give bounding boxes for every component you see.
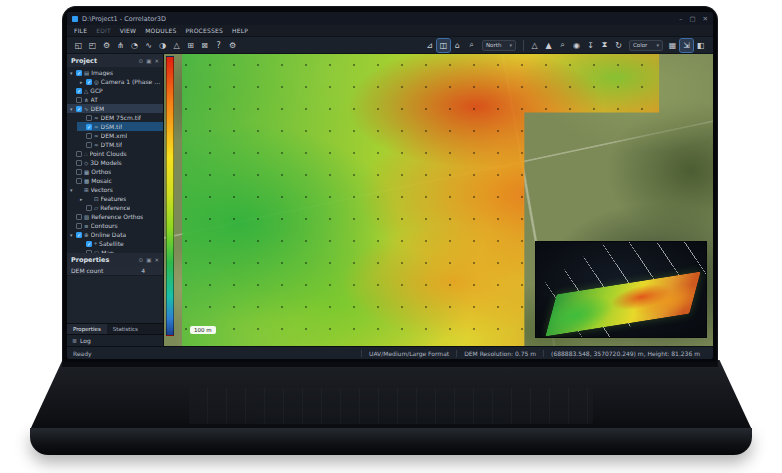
expander-icon[interactable]: ▸ [80,196,86,202]
zoom-icon[interactable]: ⌕ [465,39,478,52]
aerial-triangulation-icon[interactable]: ⋔ [114,39,127,52]
ortho-generation-icon[interactable]: △ [170,39,183,52]
at-icon: ⋔ [84,97,89,103]
tree-item-orthos[interactable]: ▦Orthos [67,167,163,176]
triangle-view-icon[interactable]: △ [528,39,541,52]
checkbox-images[interactable] [76,70,82,76]
checkbox-orthos[interactable] [76,169,82,175]
checkbox-contours[interactable] [76,223,82,229]
project-panel-icons: ⊙▣✕ [139,58,159,64]
tree-item-vectors[interactable]: ▾⊞Vectors [67,185,163,194]
dem-generation-icon[interactable]: ◔ [128,39,141,52]
panel-pin-icon[interactable]: ▣ [146,58,151,64]
maximize-icon[interactable]: ▢ [689,15,695,23]
pyramid-3d-icon[interactable]: ▲ [542,39,555,52]
panel-close-icon[interactable]: ✕ [154,58,159,64]
title-bar: D:\Project1 - Correlator3D –▢✕ [67,12,713,25]
dem-contour-icon[interactable]: ◑ [156,39,169,52]
tab-statistics[interactable]: Statistics [107,324,144,334]
menu-view[interactable]: VIEW [120,27,136,34]
globe-icon[interactable]: ◉ [570,39,583,52]
tree-item-online-data[interactable]: ▾⊕Online Data [67,230,163,239]
checkbox-at[interactable] [76,97,82,103]
project-panel-title: Project [71,57,97,65]
tab-properties[interactable]: Properties [67,324,107,334]
tree-label-vectors: Vectors [91,186,113,193]
transparency-icon[interactable]: ▦ [666,39,679,52]
menu-edit[interactable]: EDIT [96,27,111,34]
expander-icon[interactable]: ▾ [70,187,76,193]
3d-preview-inset[interactable] [535,241,707,338]
orientation-dropdown[interactable]: North▾ [482,40,516,51]
help-icon[interactable]: ? [212,39,225,52]
toolbar-right-group: ⊿◫⌂⌕North▾△▲⌕◉↧⧗↻Color▾▦⇲◧ [423,39,708,52]
tree-item-reference-orthos[interactable]: ▧Reference Orthos [67,212,163,221]
new-project-icon[interactable]: ◱ [72,39,85,52]
tree-item-3d-models[interactable]: ◇3D Models [67,158,163,167]
tree-item-reference[interactable]: ▱Reference [77,203,163,212]
panel-close-icon[interactable]: ✕ [154,257,159,263]
panel-menu-icon[interactable]: ⊙ [139,257,144,263]
checkbox-camera-1-phase-one-ixm[interactable] [86,79,92,85]
tree-item-images[interactable]: ▾▤Images [67,68,163,77]
checkbox-map[interactable] [86,250,92,254]
project-settings-icon[interactable]: ⚙ [100,39,113,52]
tree-item-features[interactable]: ▸⊡Features [77,194,163,203]
checkbox-satellite[interactable] [86,241,92,247]
tree-item-at[interactable]: ⋔AT [67,95,163,104]
plumb-line-icon[interactable]: ↧ [584,39,597,52]
tree-item-gcp[interactable]: △GCP [67,86,163,95]
menu-processes[interactable]: PROCESSES [185,27,223,34]
tree-item-dem-xml[interactable]: ≈DEM.xml [77,131,163,140]
checkbox-dem-xml[interactable] [86,133,92,139]
tree-item-dem-75cm-tif[interactable]: ≈DEM 75cm.tif [77,113,163,122]
properties-panel-header: Properties ⊙▣✕ [67,253,163,266]
axis-3d-icon[interactable]: ⊿ [423,39,436,52]
menu-help[interactable]: HELP [232,27,248,34]
checkbox-online-data[interactable] [76,232,82,238]
checkbox-mosaic[interactable] [76,178,82,184]
checkbox-dsm-tif[interactable] [86,124,92,130]
tree-item-camera-1-phase-one-ixm[interactable]: ▸◎Camera 1 (Phase One iXM) [77,77,163,86]
close-icon[interactable]: ✕ [703,15,708,23]
tree-label-features: Features [101,195,127,202]
tree-item-point-clouds[interactable]: ∴Point Clouds [67,149,163,158]
hourglass-icon[interactable]: ⧗ [598,39,611,52]
checkbox-reference[interactable] [86,205,92,211]
expand-view-icon[interactable]: ⇲ [680,39,693,52]
display-mode-dropdown[interactable]: Color▾ [629,40,663,51]
tree-item-contours[interactable]: ≡Contours [67,221,163,230]
checkbox-3d-models[interactable] [76,160,82,166]
map-viewport[interactable]: 100 m [164,54,713,346]
checkbox-dem[interactable] [76,106,82,112]
mosaic-editing-icon[interactable]: ⊠ [198,39,211,52]
log-panel[interactable]: ≣ Log [67,334,163,346]
tree-item-dtm-tif[interactable]: ≈DTM.tif [77,140,163,149]
tree-item-mosaic[interactable]: ▩Mosaic [67,176,163,185]
checkbox-dem-75cm-tif[interactable] [86,115,92,121]
map-scale-label: 100 m [190,326,216,334]
open-project-icon[interactable]: ◰ [86,39,99,52]
checkbox-point-clouds[interactable] [76,151,82,157]
tree-item-satellite[interactable]: ⌖Satellite [77,239,163,248]
swirl-icon[interactable]: ↻ [612,39,625,52]
layers-icon[interactable]: ◧ [694,39,707,52]
properties-tabs: PropertiesStatistics [67,323,163,334]
panel-menu-icon[interactable]: ⊙ [139,58,144,64]
minimize-icon[interactable]: – [679,15,682,23]
checkbox-gcp[interactable] [76,88,82,94]
home-view-icon[interactable]: ⌂ [451,39,464,52]
tree-item-dem[interactable]: ▾∿DEM [67,104,163,113]
mosaic-creation-icon[interactable]: ⊞ [184,39,197,52]
checkbox-dtm-tif[interactable] [86,142,92,148]
zoom-region-icon[interactable]: ⌕ [556,39,569,52]
tree-item-dsm-tif[interactable]: ≈DSM.tif [77,122,163,131]
panel-pin-icon[interactable]: ▣ [146,257,151,263]
settings-icon[interactable]: ⚙ [226,39,239,52]
checkbox-reference-orthos[interactable] [76,214,82,220]
menu-modules[interactable]: MODULES [145,27,176,34]
tree-label-orthos: Orthos [91,168,111,175]
dem-editing-icon[interactable]: ∿ [142,39,155,52]
menu-file[interactable]: FILE [74,27,87,34]
copy-view-icon[interactable]: ◫ [437,39,450,52]
